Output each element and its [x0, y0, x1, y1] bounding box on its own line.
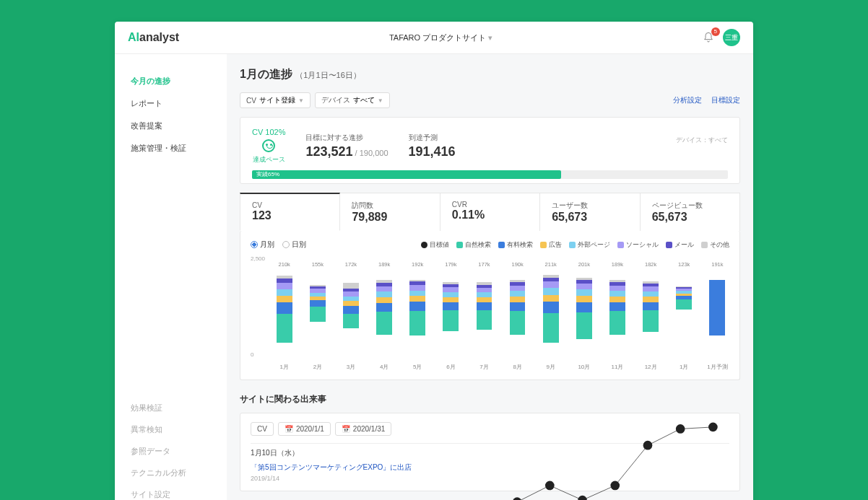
event-date-header: 1月10日（水） [251, 443, 729, 462]
calendar-icon: 📅 [342, 425, 350, 433]
events-panel: CV 📅2020/1/1 📅2020/1/31 1月10日（水） 「第5回コンテ… [240, 413, 740, 491]
metric-tabs: CV123訪問数79,889CVR0.11%ユーザー数65,673ページビュー数… [240, 193, 740, 231]
svg-point-7 [513, 497, 522, 500]
legend-external: 外部ページ [569, 240, 610, 250]
sidebar-sub-technical[interactable]: テクニカル分析 [115, 462, 227, 484]
site-selector[interactable]: TAFARO プロダクトサイト [389, 32, 492, 43]
topbar: AIanalyst TAFARO プロダクトサイト 5 三重 [115, 22, 753, 54]
bar-col: 211k [539, 263, 563, 358]
legend-ad: 広告 [540, 240, 562, 250]
sidebar-item-report[interactable]: レポート [115, 92, 227, 115]
sidebar-item-progress[interactable]: 今月の進捗 [115, 70, 227, 92]
sidebar-sub-settings[interactable]: サイト設定 [115, 484, 227, 500]
bar-col: 189k [372, 263, 396, 358]
bar-col: 189k [605, 263, 629, 358]
device-filter[interactable]: デバイスすべて▼ [315, 92, 390, 108]
main-content: 1月の進捗 （1月1日〜16日） CVサイト登録▼ デバイスすべて▼ 分析設定 … [227, 54, 753, 500]
legend-paid: 有料検索 [498, 240, 533, 250]
legend-other: その他 [701, 240, 729, 250]
tab-3[interactable]: ユーザー数65,673 [540, 193, 640, 231]
logo: AIanalyst [128, 31, 179, 44]
bar-col: 179k [439, 263, 463, 358]
sidebar-sub-reference[interactable]: 参照データ [115, 441, 227, 462]
legend-mail: メール [666, 240, 694, 250]
cv-filter[interactable]: CVサイト登録▼ [240, 92, 311, 108]
calendar-icon: 📅 [285, 425, 293, 433]
device-note: デバイス：すべて [676, 136, 728, 145]
tab-0[interactable]: CV123 [240, 193, 340, 231]
bar-col: 201k [572, 263, 596, 358]
legend-organic: 自然検索 [456, 240, 491, 250]
sidebar-sub-effect[interactable]: 効果検証 [115, 398, 227, 419]
events-cv-filter[interactable]: CV [251, 422, 274, 436]
tab-1[interactable]: 訪問数79,889 [340, 193, 440, 231]
sidebar-sub-anomaly[interactable]: 異常検知 [115, 419, 227, 441]
bar-col: 123k [672, 263, 696, 358]
bar-col: 172k [339, 263, 363, 358]
bar-col: 182k [638, 263, 662, 358]
bar-col: 155k [305, 263, 329, 358]
chart: 2,5000 210k155k172k189k192k179k177k190k2… [251, 255, 729, 371]
bar-col: 190k [505, 263, 529, 358]
radio-monthly[interactable]: 月別 [251, 240, 274, 250]
notification-bell-icon[interactable]: 5 [703, 32, 714, 43]
bar-col: 177k [472, 263, 496, 358]
app-window: AIanalyst TAFARO プロダクトサイト 5 三重 今月の進捗 レポー… [115, 22, 753, 500]
bar-col: 210k [272, 263, 296, 358]
page-title: 1月の進捗 （1月1日〜16日） [240, 67, 740, 82]
sidebar-item-proposal[interactable]: 改善提案 [115, 115, 227, 137]
bar-col: 192k [406, 263, 430, 358]
analysis-settings-link[interactable]: 分析設定 [673, 96, 702, 104]
smile-icon [262, 139, 275, 152]
sidebar-item-measures[interactable]: 施策管理・検証 [115, 137, 227, 159]
progress-metric: 目標に対する進捗 123,521 / 190,000 [305, 133, 388, 159]
event-item: 「第5回コンテンツマーケティングEXPO」に出店 2019/1/14 [251, 462, 729, 482]
events-from-date[interactable]: 📅2020/1/1 [278, 422, 331, 436]
goal-settings-link[interactable]: 目標設定 [711, 96, 740, 104]
progress-bar: 実績65% [252, 170, 728, 179]
notification-badge: 5 [711, 27, 720, 36]
event-link[interactable]: 「第5回コンテンツマーケティングEXPO」に出店 [251, 463, 412, 471]
svg-point-9 [578, 496, 587, 500]
sidebar: 今月の進捗 レポート 改善提案 施策管理・検証 効果検証 異常検知 参照データ … [115, 54, 227, 500]
tab-2[interactable]: CVR0.11% [440, 193, 540, 231]
bar-col: 191k [706, 263, 729, 358]
forecast-metric: 到達予測 191,416 [409, 133, 456, 159]
legend-target: 目標値 [421, 240, 449, 250]
avatar[interactable]: 三重 [723, 29, 740, 46]
cv-rate: CV 102% 達成ペース [252, 128, 285, 165]
events-to-date[interactable]: 📅2020/1/31 [335, 422, 392, 436]
chart-legend: 目標値自然検索有料検索広告外部ページソーシャルメールその他 [421, 240, 729, 250]
progress-panel: CV 102% 達成ペース 目標に対する進捗 123,521 / 190,000… [240, 117, 740, 184]
chart-panel: 月別 日別 目標値自然検索有料検索広告外部ページソーシャルメールその他 2,50… [240, 231, 740, 380]
events-title: サイトに関わる出来事 [240, 393, 740, 405]
radio-daily[interactable]: 日別 [282, 240, 306, 250]
legend-social: ソーシャル [617, 240, 659, 250]
tab-4[interactable]: ページビュー数65,673 [641, 193, 740, 231]
